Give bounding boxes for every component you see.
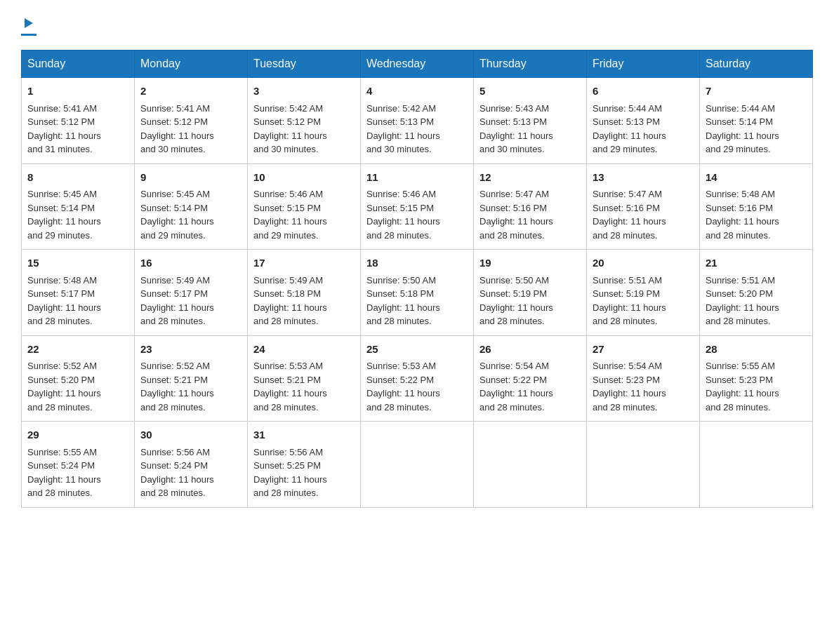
day-number: 8	[27, 170, 128, 186]
day-number: 27	[593, 342, 694, 358]
calendar-day-cell	[361, 422, 474, 508]
calendar-day-cell: 6 Sunrise: 5:44 AMSunset: 5:13 PMDayligh…	[587, 78, 700, 164]
calendar-day-cell: 22 Sunrise: 5:52 AMSunset: 5:20 PMDaylig…	[22, 335, 135, 422]
calendar-day-cell: 28 Sunrise: 5:55 AMSunset: 5:23 PMDaylig…	[700, 335, 813, 422]
calendar-day-cell: 18 Sunrise: 5:50 AMSunset: 5:18 PMDaylig…	[361, 250, 474, 336]
calendar-day-cell: 17 Sunrise: 5:49 AMSunset: 5:18 PMDaylig…	[248, 250, 361, 336]
day-info: Sunrise: 5:44 AMSunset: 5:13 PMDaylight:…	[593, 103, 666, 155]
day-number: 2	[140, 83, 241, 100]
day-info: Sunrise: 5:54 AMSunset: 5:22 PMDaylight:…	[479, 361, 553, 412]
day-info: Sunrise: 5:52 AMSunset: 5:21 PMDaylight:…	[140, 361, 214, 412]
day-number: 5	[479, 83, 581, 100]
calendar-day-cell: 16 Sunrise: 5:49 AMSunset: 5:17 PMDaylig…	[135, 250, 248, 336]
header-saturday: Saturday	[700, 51, 813, 78]
day-number: 20	[593, 255, 694, 271]
day-info: Sunrise: 5:47 AMSunset: 5:16 PMDaylight:…	[593, 189, 666, 241]
calendar-week-row: 15 Sunrise: 5:48 AMSunset: 5:17 PMDaylig…	[22, 250, 813, 336]
calendar-day-cell: 15 Sunrise: 5:48 AMSunset: 5:17 PMDaylig…	[22, 250, 135, 336]
calendar-day-cell: 4 Sunrise: 5:42 AMSunset: 5:13 PMDayligh…	[361, 78, 474, 164]
day-number: 16	[140, 255, 241, 271]
calendar-day-cell: 26 Sunrise: 5:54 AMSunset: 5:22 PMDaylig…	[474, 335, 587, 422]
day-info: Sunrise: 5:43 AMSunset: 5:13 PMDaylight:…	[479, 103, 553, 155]
day-number: 21	[706, 255, 807, 271]
calendar-day-cell	[474, 422, 587, 508]
day-number: 12	[479, 170, 581, 186]
day-number: 17	[253, 255, 355, 271]
calendar-day-cell: 31 Sunrise: 5:56 AMSunset: 5:25 PMDaylig…	[248, 422, 361, 508]
day-number: 25	[366, 342, 468, 358]
calendar-day-cell: 24 Sunrise: 5:53 AMSunset: 5:21 PMDaylig…	[248, 335, 361, 422]
calendar-day-cell: 2 Sunrise: 5:41 AMSunset: 5:12 PMDayligh…	[135, 78, 248, 164]
calendar-day-cell: 11 Sunrise: 5:46 AMSunset: 5:15 PMDaylig…	[361, 163, 474, 250]
logo-underline	[21, 34, 37, 36]
day-number: 6	[593, 83, 694, 100]
day-info: Sunrise: 5:45 AMSunset: 5:14 PMDaylight:…	[140, 189, 214, 241]
day-number: 1	[27, 83, 128, 100]
calendar-day-cell	[587, 422, 700, 508]
day-number: 14	[706, 170, 807, 186]
day-number: 19	[479, 255, 581, 271]
day-number: 9	[140, 170, 241, 186]
calendar-table: Sunday Monday Tuesday Wednesday Thursday…	[21, 50, 813, 508]
logo-arrow-icon	[21, 15, 37, 34]
calendar-day-cell: 13 Sunrise: 5:47 AMSunset: 5:16 PMDaylig…	[587, 163, 700, 250]
calendar-day-cell: 14 Sunrise: 5:48 AMSunset: 5:16 PMDaylig…	[700, 163, 813, 250]
day-number: 23	[140, 342, 241, 358]
calendar-day-cell: 23 Sunrise: 5:52 AMSunset: 5:21 PMDaylig…	[135, 335, 248, 422]
day-info: Sunrise: 5:48 AMSunset: 5:16 PMDaylight:…	[706, 189, 779, 241]
calendar-week-row: 29 Sunrise: 5:55 AMSunset: 5:24 PMDaylig…	[22, 422, 813, 508]
day-info: Sunrise: 5:50 AMSunset: 5:18 PMDaylight:…	[366, 275, 440, 327]
day-info: Sunrise: 5:55 AMSunset: 5:24 PMDaylight:…	[27, 447, 101, 499]
calendar-day-cell: 29 Sunrise: 5:55 AMSunset: 5:24 PMDaylig…	[22, 422, 135, 508]
day-number: 11	[366, 170, 468, 186]
calendar-day-cell: 12 Sunrise: 5:47 AMSunset: 5:16 PMDaylig…	[474, 163, 587, 250]
calendar-day-cell: 1 Sunrise: 5:41 AMSunset: 5:12 PMDayligh…	[22, 78, 135, 164]
day-info: Sunrise: 5:54 AMSunset: 5:23 PMDaylight:…	[593, 361, 666, 412]
day-info: Sunrise: 5:51 AMSunset: 5:20 PMDaylight:…	[706, 275, 779, 327]
day-info: Sunrise: 5:56 AMSunset: 5:25 PMDaylight:…	[253, 447, 327, 499]
day-number: 18	[366, 255, 468, 271]
logo	[21, 14, 37, 36]
calendar-week-row: 22 Sunrise: 5:52 AMSunset: 5:20 PMDaylig…	[22, 335, 813, 422]
calendar-day-cell: 25 Sunrise: 5:53 AMSunset: 5:22 PMDaylig…	[361, 335, 474, 422]
day-info: Sunrise: 5:51 AMSunset: 5:19 PMDaylight:…	[593, 275, 666, 327]
day-number: 4	[366, 83, 468, 100]
day-number: 13	[593, 170, 694, 186]
calendar-day-cell: 27 Sunrise: 5:54 AMSunset: 5:23 PMDaylig…	[587, 335, 700, 422]
header-tuesday: Tuesday	[248, 51, 361, 78]
header	[21, 14, 813, 36]
calendar-day-cell: 20 Sunrise: 5:51 AMSunset: 5:19 PMDaylig…	[587, 250, 700, 336]
day-info: Sunrise: 5:45 AMSunset: 5:14 PMDaylight:…	[27, 189, 101, 241]
header-friday: Friday	[587, 51, 700, 78]
calendar-day-cell: 8 Sunrise: 5:45 AMSunset: 5:14 PMDayligh…	[22, 163, 135, 250]
calendar-day-cell: 19 Sunrise: 5:50 AMSunset: 5:19 PMDaylig…	[474, 250, 587, 336]
calendar-day-cell: 21 Sunrise: 5:51 AMSunset: 5:20 PMDaylig…	[700, 250, 813, 336]
day-number: 7	[706, 83, 807, 100]
calendar-day-cell: 3 Sunrise: 5:42 AMSunset: 5:12 PMDayligh…	[248, 78, 361, 164]
day-info: Sunrise: 5:48 AMSunset: 5:17 PMDaylight:…	[27, 275, 101, 327]
day-number: 30	[140, 427, 241, 443]
calendar-week-row: 1 Sunrise: 5:41 AMSunset: 5:12 PMDayligh…	[22, 78, 813, 164]
day-info: Sunrise: 5:42 AMSunset: 5:12 PMDaylight:…	[253, 103, 327, 155]
calendar-week-row: 8 Sunrise: 5:45 AMSunset: 5:14 PMDayligh…	[22, 163, 813, 250]
day-info: Sunrise: 5:46 AMSunset: 5:15 PMDaylight:…	[366, 189, 440, 241]
day-info: Sunrise: 5:44 AMSunset: 5:14 PMDaylight:…	[706, 103, 779, 155]
header-sunday: Sunday	[22, 51, 135, 78]
day-info: Sunrise: 5:47 AMSunset: 5:16 PMDaylight:…	[479, 189, 553, 241]
day-info: Sunrise: 5:42 AMSunset: 5:13 PMDaylight:…	[366, 103, 440, 155]
day-info: Sunrise: 5:49 AMSunset: 5:17 PMDaylight:…	[140, 275, 214, 327]
day-number: 31	[253, 427, 355, 443]
header-thursday: Thursday	[474, 51, 587, 78]
day-number: 24	[253, 342, 355, 358]
day-number: 22	[27, 342, 128, 358]
day-info: Sunrise: 5:50 AMSunset: 5:19 PMDaylight:…	[479, 275, 553, 327]
day-info: Sunrise: 5:53 AMSunset: 5:21 PMDaylight:…	[253, 361, 327, 412]
day-info: Sunrise: 5:56 AMSunset: 5:24 PMDaylight:…	[140, 447, 214, 499]
day-number: 10	[253, 170, 355, 186]
calendar-day-cell: 30 Sunrise: 5:56 AMSunset: 5:24 PMDaylig…	[135, 422, 248, 508]
day-number: 26	[479, 342, 581, 358]
day-info: Sunrise: 5:52 AMSunset: 5:20 PMDaylight:…	[27, 361, 101, 412]
day-number: 28	[706, 342, 807, 358]
day-info: Sunrise: 5:49 AMSunset: 5:18 PMDaylight:…	[253, 275, 327, 327]
calendar-day-cell	[700, 422, 813, 508]
